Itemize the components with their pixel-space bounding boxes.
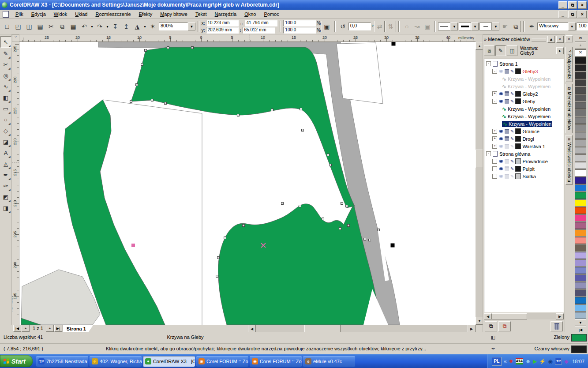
docker-close-icon[interactable]: × — [556, 36, 564, 43]
docker-scroll-left-icon[interactable]: ◀ — [484, 313, 492, 319]
visibility-eye-icon[interactable] — [499, 92, 503, 95]
editable-pencil-icon[interactable]: ✎ — [510, 99, 514, 104]
palette-swatch[interactable] — [575, 139, 586, 146]
outline-width-arrow-icon[interactable]: ▼ — [568, 23, 576, 30]
tree-row-pulpit[interactable]: ✎Pulpit — [484, 165, 563, 173]
tree-row-gleby2[interactable]: +✎Gleby2 — [484, 90, 563, 98]
expand-box[interactable]: - — [492, 99, 497, 104]
shape-tool[interactable]: ✎◢ — [1, 48, 11, 59]
add-page-after-button[interactable]: + — [46, 325, 54, 332]
palette-swatch[interactable] — [575, 102, 586, 109]
palette-swatch[interactable] — [575, 252, 586, 259]
x-position-field[interactable]: 10.223 mm — [206, 20, 239, 26]
printable-icon[interactable] — [505, 144, 509, 149]
outline-thick-arrow-icon[interactable]: ▼ — [471, 23, 479, 30]
zoom-level-combo[interactable]: 800% ▼ — [159, 23, 195, 30]
app-launcher-icon-dropdown[interactable]: ▾ — [143, 21, 147, 32]
vertical-scrollbar[interactable]: ▲ ▼ — [476, 42, 483, 325]
printable-icon[interactable] — [505, 99, 509, 104]
docker-collapse-icon[interactable]: ▲ — [547, 36, 555, 43]
horizontal-ruler[interactable]: 2520151050510152025303540 milimetry — [19, 34, 476, 42]
layer-manager-view-icon[interactable]: ◫ — [507, 45, 517, 56]
layer-color-swatch[interactable] — [515, 98, 521, 104]
palette-scroll-down-icon[interactable]: ▼ — [575, 319, 586, 326]
tree-row-siatka[interactable]: ✎Siatka — [484, 173, 563, 180]
lock-ratio-button[interactable]: ▣ — [322, 21, 332, 32]
tree-row-strona-1[interactable]: -Strona 1 — [484, 60, 563, 68]
tree-row-krzywa-wypełnien[interactable]: ∿Krzywa - Wypełnien — [484, 120, 563, 128]
printable-icon[interactable] — [505, 136, 509, 141]
editable-pencil-icon[interactable]: ✎ — [510, 166, 514, 171]
editable-pencil-icon[interactable]: ✎ — [510, 91, 514, 96]
width-field[interactable]: 41.794 mm — [245, 20, 277, 26]
tree-row-krzywa-wypełnien[interactable]: ∿Krzywa - Wypełnien — [484, 105, 563, 113]
docker-grip[interactable] — [532, 38, 546, 41]
menu-item-tekst[interactable]: Tekst — [191, 11, 211, 18]
tree-row-krzywa-wypełnien[interactable]: ∿Krzywa - Wypełnien — [484, 83, 563, 90]
freehand-tool[interactable]: ∿◢ — [1, 81, 11, 92]
layered-windows-icon[interactable]: ⧉ — [511, 21, 521, 32]
start-button[interactable]: Start — [0, 355, 33, 367]
menu-item-narzędzia[interactable]: Narzędzia — [211, 11, 241, 18]
mirror-vertical-button[interactable]: ⇅ — [386, 21, 396, 32]
no-fill-swatch[interactable]: ✕ — [575, 49, 586, 56]
expand-box[interactable] — [492, 174, 497, 179]
palette-swatch[interactable] — [575, 169, 586, 176]
layer-color-swatch[interactable] — [515, 143, 521, 149]
tree-row-strona-główna[interactable]: -Strona główna — [484, 150, 563, 158]
tree-row-gleby[interactable]: -✎Gleby — [484, 98, 563, 105]
expand-box[interactable]: - — [492, 69, 497, 74]
hand-icon[interactable]: ☛ — [500, 21, 509, 32]
expand-box[interactable]: + — [492, 144, 497, 149]
palette-swatch[interactable] — [575, 147, 586, 154]
tray-lightning-icon[interactable]: ⚡ — [539, 359, 546, 364]
palette-swatch[interactable] — [575, 162, 586, 169]
expand-box[interactable]: - — [486, 61, 491, 66]
palette-swatch[interactable] — [575, 207, 586, 214]
visibility-eye-icon[interactable] — [499, 167, 503, 170]
visibility-eye-icon[interactable] — [499, 130, 503, 133]
minimize-button[interactable]: _ — [558, 1, 567, 9]
editable-pencil-icon[interactable]: ✎ — [510, 144, 514, 149]
tree-row-drogi[interactable]: +✎Drogi — [484, 135, 563, 143]
outline-style-arrow-icon[interactable]: ▼ — [450, 23, 458, 30]
layer-color-swatch[interactable] — [515, 173, 521, 179]
palette-swatch[interactable] — [575, 244, 586, 252]
outline-width-combo[interactable]: Włosowy ▼ — [537, 23, 576, 30]
app-launcher-icon[interactable]: ◮ — [132, 21, 142, 32]
palette-swatch[interactable] — [575, 282, 586, 289]
tray-play-icon[interactable]: ▶ — [533, 359, 537, 364]
editable-pencil-icon[interactable]: ✎ — [510, 69, 514, 74]
palette-swatch[interactable] — [575, 94, 586, 101]
tree-row-krzywa-wypełnien[interactable]: ∿Krzywa - Wypełnien — [484, 113, 563, 120]
palette-swatch[interactable] — [575, 229, 586, 237]
outline-end-combo[interactable]: ▼ — [479, 23, 499, 30]
taskbar-task[interactable]: ◉Corel FORUM :: Zobacz t... — [250, 356, 302, 367]
pick-tool[interactable]: ↖◢ — [0, 36, 11, 48]
import-icon[interactable]: ↧ — [110, 21, 120, 32]
palette-swatch[interactable] — [575, 64, 586, 71]
palette-swatch[interactable] — [575, 267, 586, 274]
editable-pencil-icon[interactable]: ✎ — [510, 174, 514, 179]
paste-icon[interactable]: ▦ — [68, 21, 79, 32]
outline-pen-tool[interactable]: ✑◢ — [1, 180, 11, 191]
wireframe-icon[interactable]: ✶ — [147, 21, 158, 32]
palette-swatch[interactable] — [575, 124, 586, 131]
expand-box[interactable]: + — [492, 129, 497, 134]
layer-color-swatch[interactable] — [515, 91, 521, 97]
outline-thick-combo[interactable]: ▼ — [459, 23, 479, 30]
object-entry[interactable]: ∿Krzywa - Wypełnien — [502, 76, 551, 82]
palette-swatch[interactable] — [575, 304, 586, 312]
tree-row-gleby3[interactable]: -✎Gleby3 — [484, 68, 563, 75]
visibility-eye-icon[interactable] — [499, 175, 503, 178]
export-icon[interactable]: ↥ — [121, 21, 131, 32]
menu-item-efekty[interactable]: Efekty — [135, 11, 157, 18]
clipped-field[interactable]: 100 — [577, 23, 588, 30]
palette-swatch[interactable] — [575, 177, 586, 184]
tray-round-icon[interactable]: ◉ — [548, 359, 553, 364]
ruler-origin-corner[interactable]: ⁘ — [12, 34, 19, 42]
object-entry[interactable]: ∿Krzywa - Wypełnien — [502, 83, 551, 90]
interactive-blend-tool[interactable]: ◬◢ — [1, 158, 11, 169]
show-object-properties-icon[interactable]: ⧈ — [484, 45, 494, 56]
layer-color-swatch[interactable] — [515, 166, 521, 172]
